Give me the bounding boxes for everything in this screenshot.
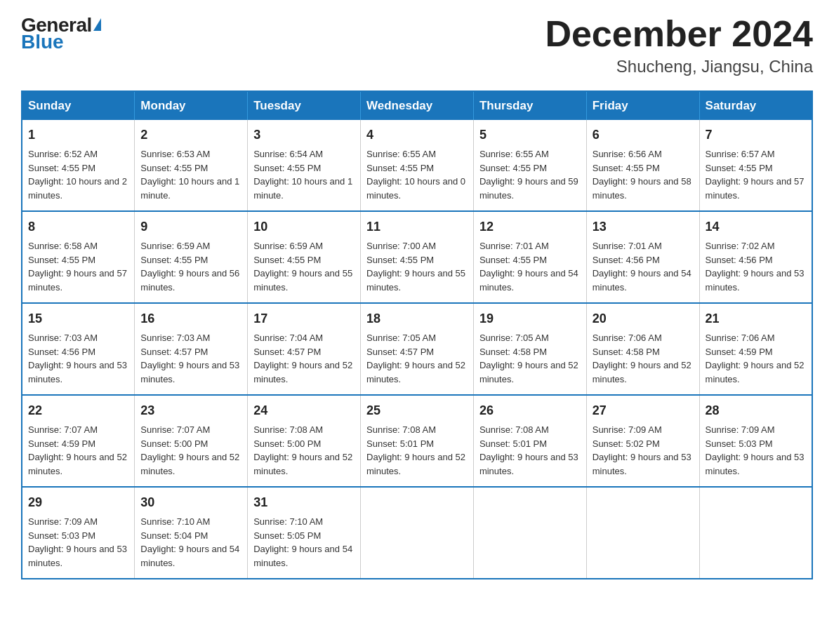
calendar-cell: 17Sunrise: 7:04 AMSunset: 4:57 PMDayligh…	[248, 303, 361, 395]
calendar-week-row: 8Sunrise: 6:58 AMSunset: 4:55 PMDaylight…	[22, 211, 812, 303]
calendar-cell: 1Sunrise: 6:52 AMSunset: 4:55 PMDaylight…	[22, 120, 135, 211]
day-info: Sunrise: 7:03 AMSunset: 4:57 PMDaylight:…	[140, 331, 241, 386]
calendar-week-row: 1Sunrise: 6:52 AMSunset: 4:55 PMDaylight…	[22, 120, 812, 211]
day-number: 18	[366, 309, 468, 328]
weekday-header-wednesday: Wednesday	[361, 91, 474, 120]
weekday-header-friday: Friday	[586, 91, 699, 120]
day-number: 14	[706, 217, 806, 236]
day-number: 23	[140, 401, 241, 420]
day-number: 10	[253, 217, 355, 236]
day-info: Sunrise: 6:53 AMSunset: 4:55 PMDaylight:…	[140, 147, 241, 202]
calendar-cell: 22Sunrise: 7:07 AMSunset: 4:59 PMDayligh…	[22, 395, 135, 487]
day-info: Sunrise: 7:09 AMSunset: 5:03 PMDaylight:…	[706, 423, 806, 478]
day-info: Sunrise: 7:10 AMSunset: 5:05 PMDaylight:…	[253, 515, 355, 570]
calendar-cell: 20Sunrise: 7:06 AMSunset: 4:58 PMDayligh…	[586, 303, 699, 395]
day-number: 15	[28, 309, 128, 328]
logo-triangle-icon	[93, 18, 101, 31]
calendar-week-row: 15Sunrise: 7:03 AMSunset: 4:56 PMDayligh…	[22, 303, 812, 395]
month-title: December 2024	[545, 14, 813, 54]
day-number: 11	[366, 217, 468, 236]
day-info: Sunrise: 6:52 AMSunset: 4:55 PMDaylight:…	[28, 147, 128, 202]
logo: General Blue	[21, 14, 101, 53]
day-info: Sunrise: 7:07 AMSunset: 4:59 PMDaylight:…	[28, 423, 128, 478]
day-number: 30	[140, 493, 241, 512]
day-info: Sunrise: 7:08 AMSunset: 5:01 PMDaylight:…	[366, 423, 468, 478]
day-number: 5	[479, 126, 581, 145]
page-header: General Blue December 2024 Shucheng, Jia…	[21, 14, 813, 76]
calendar-cell: 26Sunrise: 7:08 AMSunset: 5:01 PMDayligh…	[473, 395, 586, 487]
day-info: Sunrise: 7:02 AMSunset: 4:56 PMDaylight:…	[706, 239, 806, 294]
day-info: Sunrise: 6:59 AMSunset: 4:55 PMDaylight:…	[140, 239, 241, 294]
day-info: Sunrise: 7:10 AMSunset: 5:04 PMDaylight:…	[140, 515, 241, 570]
weekday-header-monday: Monday	[135, 91, 248, 120]
day-info: Sunrise: 6:58 AMSunset: 4:55 PMDaylight:…	[28, 239, 128, 294]
day-info: Sunrise: 7:08 AMSunset: 5:01 PMDaylight:…	[479, 423, 581, 478]
day-number: 16	[140, 309, 241, 328]
day-info: Sunrise: 7:03 AMSunset: 4:56 PMDaylight:…	[28, 331, 128, 386]
calendar-cell: 12Sunrise: 7:01 AMSunset: 4:55 PMDayligh…	[473, 211, 586, 303]
calendar-cell: 28Sunrise: 7:09 AMSunset: 5:03 PMDayligh…	[699, 395, 812, 487]
calendar-week-row: 29Sunrise: 7:09 AMSunset: 5:03 PMDayligh…	[22, 487, 812, 579]
calendar-cell: 21Sunrise: 7:06 AMSunset: 4:59 PMDayligh…	[699, 303, 812, 395]
calendar-cell: 2Sunrise: 6:53 AMSunset: 4:55 PMDaylight…	[135, 120, 248, 211]
calendar-cell: 25Sunrise: 7:08 AMSunset: 5:01 PMDayligh…	[361, 395, 474, 487]
day-number: 31	[253, 493, 355, 512]
day-number: 21	[706, 309, 806, 328]
day-info: Sunrise: 7:09 AMSunset: 5:02 PMDaylight:…	[593, 423, 694, 478]
day-number: 4	[366, 126, 468, 145]
calendar-cell: 30Sunrise: 7:10 AMSunset: 5:04 PMDayligh…	[135, 487, 248, 579]
calendar-cell: 3Sunrise: 6:54 AMSunset: 4:55 PMDaylight…	[248, 120, 361, 211]
day-number: 2	[140, 126, 241, 145]
calendar-cell	[586, 487, 699, 579]
day-number: 22	[28, 401, 128, 420]
calendar-cell: 18Sunrise: 7:05 AMSunset: 4:57 PMDayligh…	[361, 303, 474, 395]
day-number: 8	[28, 217, 128, 236]
day-info: Sunrise: 6:55 AMSunset: 4:55 PMDaylight:…	[366, 147, 468, 202]
calendar-cell	[699, 487, 812, 579]
logo-blue-text: Blue	[21, 31, 64, 53]
day-number: 3	[253, 126, 355, 145]
calendar-cell: 11Sunrise: 7:00 AMSunset: 4:55 PMDayligh…	[361, 211, 474, 303]
calendar-cell: 10Sunrise: 6:59 AMSunset: 4:55 PMDayligh…	[248, 211, 361, 303]
day-info: Sunrise: 6:57 AMSunset: 4:55 PMDaylight:…	[706, 147, 806, 202]
weekday-header-row: SundayMondayTuesdayWednesdayThursdayFrid…	[22, 91, 812, 120]
calendar-cell: 31Sunrise: 7:10 AMSunset: 5:05 PMDayligh…	[248, 487, 361, 579]
day-number: 29	[28, 493, 128, 512]
day-number: 26	[479, 401, 581, 420]
calendar-cell: 13Sunrise: 7:01 AMSunset: 4:56 PMDayligh…	[586, 211, 699, 303]
day-info: Sunrise: 7:05 AMSunset: 4:57 PMDaylight:…	[366, 331, 468, 386]
calendar-cell	[361, 487, 474, 579]
calendar-cell: 19Sunrise: 7:05 AMSunset: 4:58 PMDayligh…	[473, 303, 586, 395]
day-info: Sunrise: 7:04 AMSunset: 4:57 PMDaylight:…	[253, 331, 355, 386]
day-info: Sunrise: 7:00 AMSunset: 4:55 PMDaylight:…	[366, 239, 468, 294]
day-info: Sunrise: 6:54 AMSunset: 4:55 PMDaylight:…	[253, 147, 355, 202]
calendar-cell: 15Sunrise: 7:03 AMSunset: 4:56 PMDayligh…	[22, 303, 135, 395]
day-info: Sunrise: 7:06 AMSunset: 4:58 PMDaylight:…	[593, 331, 694, 386]
day-number: 27	[593, 401, 694, 420]
calendar-cell: 7Sunrise: 6:57 AMSunset: 4:55 PMDaylight…	[699, 120, 812, 211]
day-info: Sunrise: 7:01 AMSunset: 4:56 PMDaylight:…	[593, 239, 694, 294]
location-text: Shucheng, Jiangsu, China	[545, 57, 813, 76]
day-number: 17	[253, 309, 355, 328]
day-number: 20	[593, 309, 694, 328]
day-number: 28	[706, 401, 806, 420]
calendar-week-row: 22Sunrise: 7:07 AMSunset: 4:59 PMDayligh…	[22, 395, 812, 487]
weekday-header-sunday: Sunday	[22, 91, 135, 120]
calendar-cell: 5Sunrise: 6:55 AMSunset: 4:55 PMDaylight…	[473, 120, 586, 211]
day-info: Sunrise: 6:59 AMSunset: 4:55 PMDaylight:…	[253, 239, 355, 294]
day-number: 13	[593, 217, 694, 236]
day-info: Sunrise: 7:06 AMSunset: 4:59 PMDaylight:…	[706, 331, 806, 386]
day-number: 6	[593, 126, 694, 145]
day-number: 25	[366, 401, 468, 420]
calendar-cell: 23Sunrise: 7:07 AMSunset: 5:00 PMDayligh…	[135, 395, 248, 487]
day-number: 24	[253, 401, 355, 420]
title-block: December 2024 Shucheng, Jiangsu, China	[545, 14, 813, 76]
weekday-header-tuesday: Tuesday	[248, 91, 361, 120]
day-info: Sunrise: 7:09 AMSunset: 5:03 PMDaylight:…	[28, 515, 128, 570]
day-info: Sunrise: 7:01 AMSunset: 4:55 PMDaylight:…	[479, 239, 581, 294]
day-info: Sunrise: 7:07 AMSunset: 5:00 PMDaylight:…	[140, 423, 241, 478]
day-number: 7	[706, 126, 806, 145]
calendar-cell: 4Sunrise: 6:55 AMSunset: 4:55 PMDaylight…	[361, 120, 474, 211]
weekday-header-saturday: Saturday	[699, 91, 812, 120]
calendar-cell: 6Sunrise: 6:56 AMSunset: 4:55 PMDaylight…	[586, 120, 699, 211]
